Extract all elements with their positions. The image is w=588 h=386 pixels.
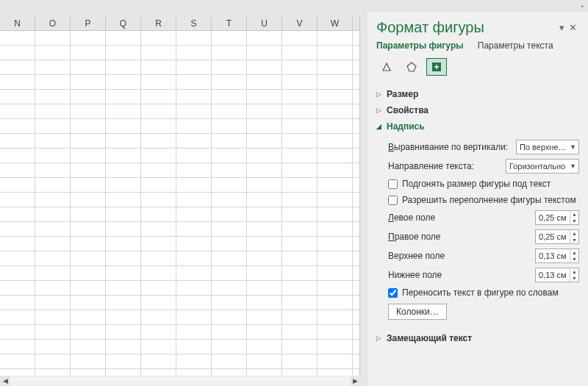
cell[interactable]	[176, 75, 212, 89]
cell[interactable]	[318, 163, 353, 177]
cell[interactable]	[176, 149, 212, 162]
cell[interactable]	[0, 237, 35, 251]
cell[interactable]	[176, 354, 212, 368]
cell[interactable]	[318, 296, 353, 310]
cell[interactable]	[247, 119, 282, 133]
cell[interactable]	[35, 325, 71, 339]
cell[interactable]	[282, 178, 318, 192]
cell[interactable]	[71, 119, 106, 133]
cell[interactable]	[71, 207, 106, 221]
cell[interactable]	[0, 266, 35, 280]
cell[interactable]	[318, 207, 353, 221]
cell[interactable]	[212, 46, 247, 60]
right-margin-spinner[interactable]: 0,25 см▲▼	[535, 229, 579, 244]
cell[interactable]	[35, 178, 71, 192]
autofit-checkbox[interactable]: Подгонять размер фигуры под текст	[388, 176, 579, 192]
cell[interactable]	[35, 46, 71, 60]
cell[interactable]	[35, 193, 71, 207]
cell[interactable]	[71, 281, 106, 295]
cell[interactable]	[0, 178, 35, 192]
cell[interactable]	[71, 163, 106, 177]
left-margin-spinner[interactable]: 0,25 см▲▼	[535, 210, 579, 225]
wrap-text-checkbox[interactable]: Переносить текст в фигуре по словам	[388, 285, 579, 301]
cell[interactable]	[282, 296, 318, 310]
cell[interactable]	[247, 46, 282, 60]
cell[interactable]	[318, 75, 353, 89]
col-header[interactable]: O	[35, 16, 71, 30]
cell[interactable]	[318, 266, 353, 280]
cell[interactable]	[212, 31, 247, 45]
section-size[interactable]: ▷Размер	[376, 86, 579, 102]
cell[interactable]	[176, 60, 212, 74]
close-icon[interactable]: ✕	[567, 22, 579, 33]
cell[interactable]	[212, 325, 247, 339]
cell[interactable]	[106, 46, 141, 60]
cell[interactable]	[141, 60, 176, 74]
cell[interactable]	[176, 207, 212, 221]
cell[interactable]	[318, 340, 353, 354]
spin-up-icon[interactable]: ▲	[570, 268, 578, 275]
cell[interactable]	[247, 207, 282, 221]
cell[interactable]	[71, 149, 106, 162]
section-properties[interactable]: ▷Свойства	[376, 102, 579, 118]
cell[interactable]	[282, 354, 318, 368]
cell[interactable]	[318, 325, 353, 339]
col-header[interactable]: W	[318, 16, 353, 30]
col-header[interactable]: N	[0, 16, 35, 30]
cell[interactable]	[282, 281, 318, 295]
scroll-left-icon[interactable]: ◀	[0, 377, 10, 385]
cell[interactable]	[282, 46, 318, 60]
cell[interactable]	[106, 31, 141, 45]
cell[interactable]	[247, 310, 282, 324]
cell[interactable]	[35, 354, 71, 368]
cell[interactable]	[0, 207, 35, 221]
cell[interactable]	[71, 90, 106, 104]
cell[interactable]	[35, 310, 71, 324]
cell[interactable]	[176, 134, 212, 148]
cell[interactable]	[282, 119, 318, 133]
col-header[interactable]: V	[282, 16, 318, 30]
cell[interactable]	[106, 149, 141, 162]
cell[interactable]	[71, 134, 106, 148]
cell[interactable]	[282, 340, 318, 354]
cell[interactable]	[282, 31, 318, 45]
effects-icon[interactable]	[401, 58, 422, 76]
cell[interactable]	[141, 31, 176, 45]
cell[interactable]	[71, 60, 106, 74]
cell[interactable]	[212, 340, 247, 354]
text-direction-dropdown[interactable]: Горизонтально▼	[506, 159, 579, 174]
cell[interactable]	[106, 296, 141, 310]
cell[interactable]	[71, 237, 106, 251]
cell[interactable]	[35, 281, 71, 295]
cell[interactable]	[0, 281, 35, 295]
cell[interactable]	[71, 251, 106, 265]
spin-down-icon[interactable]: ▼	[570, 275, 578, 282]
cell[interactable]	[141, 325, 176, 339]
cell[interactable]	[318, 237, 353, 251]
cell[interactable]	[176, 193, 212, 207]
cell[interactable]	[35, 134, 71, 148]
cell[interactable]	[247, 354, 282, 368]
cell[interactable]	[141, 90, 176, 104]
cell[interactable]	[141, 237, 176, 251]
cell[interactable]	[212, 193, 247, 207]
cell[interactable]	[282, 251, 318, 265]
cell[interactable]	[71, 310, 106, 324]
cell[interactable]	[212, 354, 247, 368]
cell[interactable]	[71, 266, 106, 280]
col-header[interactable]: P	[71, 16, 106, 30]
cell[interactable]	[318, 134, 353, 148]
cell[interactable]	[106, 310, 141, 324]
cell[interactable]	[318, 251, 353, 265]
cell[interactable]	[318, 281, 353, 295]
cell[interactable]	[71, 340, 106, 354]
cell[interactable]	[282, 325, 318, 339]
task-pane-options-icon[interactable]: ▾	[557, 22, 567, 33]
cell[interactable]	[141, 354, 176, 368]
cell[interactable]	[318, 354, 353, 368]
cell[interactable]	[247, 340, 282, 354]
spin-up-icon[interactable]: ▲	[570, 211, 578, 218]
cell[interactable]	[212, 134, 247, 148]
cell[interactable]	[141, 149, 176, 162]
cell[interactable]	[212, 163, 247, 177]
